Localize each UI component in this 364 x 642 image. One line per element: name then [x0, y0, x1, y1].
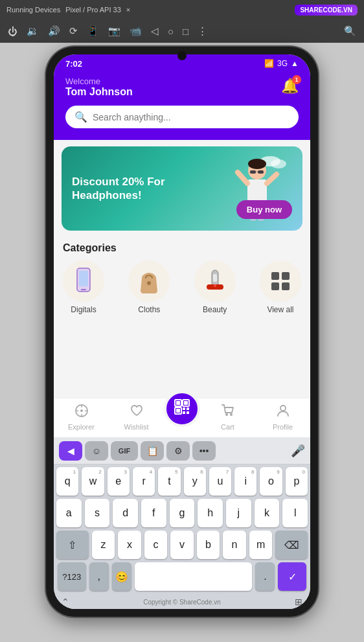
category-viewall[interactable]: View all	[260, 260, 301, 314]
explorer-icon	[74, 404, 89, 421]
categories-row: Digitals Cloths	[63, 260, 301, 314]
key-z[interactable]: z	[92, 531, 115, 559]
key-shift[interactable]: ⇧	[56, 531, 89, 559]
key-l[interactable]: l	[282, 499, 308, 527]
key-a[interactable]: a	[56, 499, 82, 527]
bottom-nav: Explorer Wishlist	[54, 398, 310, 437]
category-cloths[interactable]: Cloths	[128, 260, 170, 314]
digitals-label: Digitals	[71, 305, 96, 314]
key-n[interactable]: n	[223, 531, 246, 559]
home-nav-icon[interactable]: ○	[168, 26, 174, 37]
key-j[interactable]: j	[226, 499, 251, 527]
key-h[interactable]: h	[198, 499, 223, 527]
nav-profile[interactable]: Profile	[255, 404, 310, 431]
nav-cart[interactable]: Cart	[200, 404, 255, 431]
key-emoji[interactable]: 😊	[112, 562, 131, 591]
svg-point-42	[230, 413, 233, 416]
nav-wishlist[interactable]: Wishlist	[109, 404, 164, 431]
keyboard-hide-icon[interactable]: ⌃	[62, 597, 69, 607]
screenshot-icon[interactable]: 📷	[108, 25, 120, 37]
svg-point-43	[280, 406, 286, 411]
key-t[interactable]: 5t	[158, 467, 180, 496]
kb-more-button[interactable]: •••	[192, 441, 216, 461]
screen-rotate-icon[interactable]: 📱	[87, 25, 99, 37]
emulator-top-bar: Running Devices Pixel / Pro API 33 × SHA…	[0, 0, 364, 19]
nav-scan-button[interactable]	[164, 391, 200, 427]
search-icon[interactable]: 🔍	[344, 25, 356, 37]
key-comma[interactable]: ,	[89, 562, 109, 591]
key-backspace[interactable]: ⌫	[275, 531, 308, 559]
svg-rect-6	[258, 170, 264, 174]
more-icon[interactable]: ⋮	[198, 25, 207, 37]
kb-gif-button[interactable]: GIF	[111, 441, 138, 461]
kb-keys-area: 1q 2w 3e 4r 5t 6y 7u 8i 9o 0p a s	[54, 464, 310, 595]
viewall-icon-wrap	[260, 260, 301, 302]
svg-point-16	[147, 281, 151, 285]
back-icon[interactable]: ◁	[151, 25, 159, 37]
tab-close-icon[interactable]: ×	[126, 6, 130, 14]
key-e[interactable]: 3e	[108, 467, 130, 496]
cart-label: Cart	[221, 423, 234, 431]
key-r[interactable]: 4r	[133, 467, 155, 496]
kb-bottom-row: ?123 , 😊 . ✓	[56, 562, 308, 591]
key-d[interactable]: d	[113, 499, 138, 527]
bell-wrapper[interactable]: 🔔 1	[281, 78, 299, 95]
phone-screen: 7:02 📶 3G ▲ Welcome Tom Johnson �	[54, 54, 310, 609]
rotate-icon[interactable]: ⟳	[69, 25, 78, 37]
key-b[interactable]: b	[197, 531, 220, 559]
svg-rect-5	[250, 170, 256, 174]
key-p[interactable]: 0p	[286, 467, 308, 496]
video-icon[interactable]: 📹	[130, 25, 142, 37]
svg-point-20	[214, 284, 216, 287]
status-icons: 📶 3G ▲	[264, 59, 299, 68]
volume-down-icon[interactable]: 🔉	[27, 25, 39, 37]
key-q[interactable]: 1q	[56, 467, 78, 496]
key-numeric[interactable]: ?123	[58, 562, 86, 591]
wishlist-icon	[130, 404, 144, 421]
kb-emoji-button[interactable]: ☺	[85, 441, 108, 461]
key-f[interactable]: f	[141, 499, 166, 527]
category-digitals[interactable]: Digitals	[63, 260, 104, 314]
search-magnify-icon: 🔍	[74, 111, 87, 123]
key-g[interactable]: g	[170, 499, 195, 527]
key-y[interactable]: 6y	[184, 467, 206, 496]
power-icon[interactable]: ⏻	[8, 26, 17, 37]
key-s[interactable]: s	[85, 499, 110, 527]
key-period[interactable]: .	[255, 562, 275, 591]
search-bar[interactable]: 🔍	[65, 106, 299, 128]
network-type: 3G	[277, 59, 288, 68]
key-space[interactable]	[135, 562, 253, 591]
recents-icon[interactable]: □	[183, 26, 188, 37]
svg-rect-39	[183, 411, 185, 414]
key-o[interactable]: 9o	[260, 467, 282, 496]
keyboard-toolbar: ◀ ☺ GIF 📋 ⚙ ••• 🎤	[54, 437, 310, 464]
key-enter[interactable]: ✓	[278, 562, 306, 591]
kb-back-button[interactable]: ◀	[59, 441, 82, 461]
svg-rect-37	[183, 407, 185, 410]
key-x[interactable]: x	[118, 531, 141, 559]
cloths-icon-wrap	[128, 260, 170, 302]
svg-point-2	[271, 159, 286, 168]
key-k[interactable]: k	[255, 499, 280, 527]
key-w[interactable]: 2w	[82, 467, 104, 496]
kb-mic-icon[interactable]: 🎤	[291, 444, 305, 458]
key-m[interactable]: m	[249, 531, 273, 559]
search-input[interactable]	[93, 112, 290, 122]
kb-row-3: ⇧ z x c v b n m ⌫	[56, 531, 308, 559]
nav-explorer[interactable]: Explorer	[54, 404, 109, 431]
categories-section: Categories Digitals	[54, 237, 310, 319]
category-beauty[interactable]: Beauty	[194, 260, 236, 314]
key-c[interactable]: c	[144, 531, 168, 559]
device-tab[interactable]: Pixel / Pro API 33	[65, 6, 121, 14]
buy-now-button[interactable]: Buy now	[236, 200, 292, 219]
key-u[interactable]: 7u	[209, 467, 231, 496]
kb-settings-button[interactable]: ⚙	[166, 441, 190, 461]
key-v[interactable]: v	[170, 531, 194, 559]
kb-clipboard-button[interactable]: 📋	[141, 441, 164, 461]
volume-up-icon[interactable]: 🔊	[48, 25, 60, 37]
svg-rect-36	[176, 409, 180, 413]
key-i[interactable]: 8i	[234, 467, 256, 496]
promo-banner[interactable]: Discount 20% For Headphones!	[62, 146, 302, 231]
cart-icon	[221, 404, 235, 421]
keyboard-grid-icon[interactable]: ⊞	[295, 597, 302, 607]
